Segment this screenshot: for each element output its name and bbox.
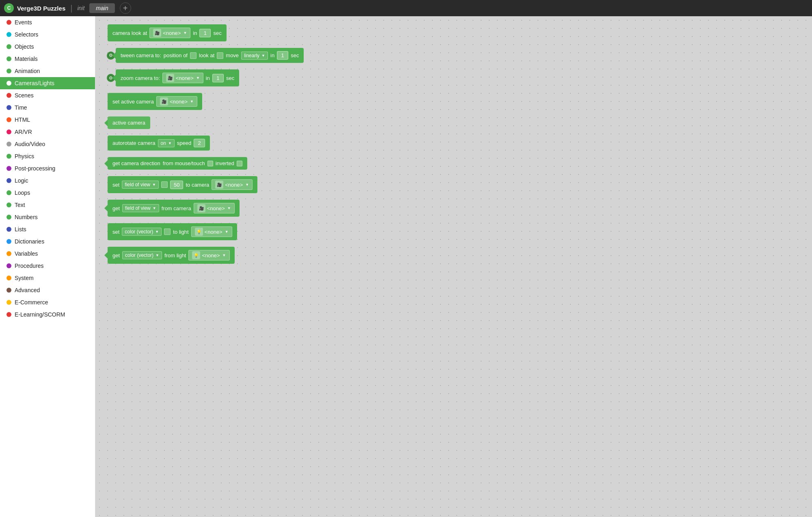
get-color-light-block[interactable]: get color (vector) ▼ from light 💡 <none>… — [108, 247, 235, 264]
sidebar-item-audio-video[interactable]: Audio/Video — [0, 138, 95, 150]
sidebar-label-post-processing: Post-processing — [15, 165, 55, 172]
get-light-icon: 💡 — [192, 251, 200, 259]
autorotate-camera-block[interactable]: autorotate camera on ▼ speed 2 — [108, 136, 210, 151]
system-dot — [6, 276, 11, 280]
logo-icon: C — [4, 3, 14, 13]
set-active-camera-none[interactable]: 🎥 <none> ▼ — [156, 96, 197, 107]
sidebar-label-text: Text — [15, 202, 25, 208]
sidebar-item-e-learning[interactable]: E-Learning/SCORM — [0, 308, 95, 321]
fov-value[interactable]: 50 — [170, 181, 183, 189]
sidebar-item-loops[interactable]: Loops — [0, 187, 95, 199]
sidebar-label-ar-vr: AR/VR — [15, 129, 32, 135]
sidebar-label-audio-video: Audio/Video — [15, 141, 45, 147]
materials-dot — [6, 56, 11, 61]
sidebar-item-numbers[interactable]: Numbers — [0, 211, 95, 223]
color-connector[interactable] — [164, 228, 171, 235]
sidebar-item-text[interactable]: Text — [0, 199, 95, 211]
sidebar-item-cameras-lights[interactable]: Cameras/Lights — [0, 77, 95, 89]
set-camera-icon: 🎥 — [160, 97, 168, 106]
scenes-dot — [6, 93, 11, 98]
get-fov-block[interactable]: get field of view ▼ from camera 🎥 <none>… — [108, 200, 240, 217]
sidebar-item-system[interactable]: System — [0, 272, 95, 284]
sidebar-label-cameras-lights: Cameras/Lights — [15, 80, 54, 86]
sidebar-item-events[interactable]: Events — [0, 16, 95, 28]
tween-value[interactable]: 1 — [277, 51, 288, 60]
sidebar-item-ar-vr[interactable]: AR/VR — [0, 126, 95, 138]
sidebar-item-scenes[interactable]: Scenes — [0, 89, 95, 101]
sidebar-item-materials[interactable]: Materials — [0, 53, 95, 65]
logic-dot — [6, 178, 11, 183]
active-camera-block[interactable]: active camera — [108, 116, 150, 129]
tween-lookat-connector[interactable] — [217, 52, 223, 59]
get-camera-direction-block[interactable]: get camera direction from mouse/touch in… — [108, 157, 247, 170]
get-color-vector-dropdown[interactable]: color (vector) ▼ — [122, 251, 162, 259]
fov-camera-none[interactable]: 🎥 <none> ▼ — [212, 179, 253, 190]
sidebar-label-objects: Objects — [15, 43, 34, 50]
tween-camera-block[interactable]: tween camera to: position of look at mov… — [116, 48, 304, 63]
sidebar-label-html: HTML — [15, 116, 30, 123]
sidebar-item-html[interactable]: HTML — [0, 114, 95, 126]
physics-dot — [6, 154, 11, 159]
app-title: Verge3D Puzzles — [17, 5, 65, 12]
sidebar-item-variables[interactable]: Variables — [0, 248, 95, 260]
fov-connector[interactable] — [161, 181, 168, 188]
sidebar-item-advanced[interactable]: Advanced — [0, 284, 95, 296]
autorotate-on-dropdown[interactable]: on ▼ — [158, 139, 175, 147]
sidebar-label-physics: Physics — [15, 153, 34, 159]
events-dot — [6, 20, 11, 25]
app-logo[interactable]: C Verge3D Puzzles — [4, 3, 65, 13]
camera-look-at-block[interactable]: camera look at 🎥 <none> ▼ in 1 sec — [108, 24, 227, 41]
camera-icon: 🎥 — [153, 29, 161, 37]
set-active-camera-block[interactable]: set active camera 🎥 <none> ▼ — [108, 93, 202, 110]
zoom-camera-block[interactable]: zoom camera to: 🎥 <none> ▼ in 1 sec — [116, 69, 239, 86]
header-divider: | — [70, 4, 72, 13]
sidebar-item-lists[interactable]: Lists — [0, 223, 95, 235]
loops-dot — [6, 190, 11, 195]
color-vector-dropdown[interactable]: color (vector) ▼ — [122, 228, 162, 236]
sidebar-label-advanced: Advanced — [15, 287, 40, 293]
sidebar-label-lists: Lists — [15, 226, 26, 233]
sidebar-label-selectors: Selectors — [15, 31, 38, 38]
autorotate-speed-value[interactable]: 2 — [194, 139, 205, 147]
sidebar-label-loops: Loops — [15, 190, 30, 196]
sidebar-item-selectors[interactable]: Selectors — [0, 28, 95, 41]
sidebar-item-post-processing[interactable]: Post-processing — [0, 162, 95, 174]
sidebar-item-time[interactable]: Time — [0, 101, 95, 114]
sidebar-label-logic: Logic — [15, 177, 28, 184]
html-dot — [6, 117, 11, 122]
get-fov-none[interactable]: 🎥 <none> ▼ — [194, 203, 235, 213]
sidebar-label-materials: Materials — [15, 56, 38, 62]
get-fov-dropdown[interactable]: field of view ▼ — [122, 204, 159, 212]
zoom-none[interactable]: 🎥 <none> ▼ — [162, 73, 203, 83]
main-layout: EventsSelectorsObjectsMaterialsAnimation… — [0, 16, 812, 517]
set-color-light-block[interactable]: set color (vector) ▼ to light 💡 <none> ▼ — [108, 223, 237, 240]
tween-move-dropdown[interactable]: linearly ▼ — [241, 52, 268, 60]
sidebar-item-procedures[interactable]: Procedures — [0, 260, 95, 272]
inverted-checkbox[interactable] — [207, 161, 213, 166]
zoom-value[interactable]: 1 — [212, 74, 224, 82]
fov-dropdown[interactable]: field of view ▼ — [122, 181, 159, 189]
camera-look-at-none[interactable]: 🎥 <none> ▼ — [149, 28, 190, 38]
audio-video-dot — [6, 142, 11, 146]
tab-init[interactable]: init — [77, 5, 84, 11]
fov-camera-icon: 🎥 — [215, 181, 223, 189]
camera-look-at-label: camera look at — [112, 30, 147, 36]
sidebar-item-dictionaries[interactable]: Dictionaries — [0, 235, 95, 248]
tab-main[interactable]: main — [89, 3, 114, 13]
sidebar-item-physics[interactable]: Physics — [0, 150, 95, 162]
sidebar-item-logic[interactable]: Logic — [0, 174, 95, 187]
sidebar-label-variables: Variables — [15, 250, 38, 257]
add-tab-button[interactable]: + — [120, 2, 131, 14]
sidebar-item-animation[interactable]: Animation — [0, 65, 95, 77]
camera-look-at-value[interactable]: 1 — [199, 29, 211, 37]
set-fov-block[interactable]: set field of view ▼ 50 to camera 🎥 <none… — [108, 176, 257, 193]
blocks-container: camera look at 🎥 <none> ▼ in 1 sec ⚙ twe… — [95, 16, 812, 272]
sidebar-item-objects[interactable]: Objects — [0, 41, 95, 53]
sidebar-label-e-learning: E-Learning/SCORM — [15, 311, 65, 318]
inverted-checkbox2[interactable] — [237, 161, 242, 166]
set-color-light-none[interactable]: 💡 <none> ▼ — [191, 226, 232, 237]
get-color-light-none[interactable]: 💡 <none> ▼ — [188, 250, 229, 261]
tween-pos-connector[interactable] — [190, 52, 197, 59]
sidebar-item-e-commerce[interactable]: E-Commerce — [0, 296, 95, 308]
canvas-area[interactable]: camera look at 🎥 <none> ▼ in 1 sec ⚙ twe… — [95, 16, 812, 517]
